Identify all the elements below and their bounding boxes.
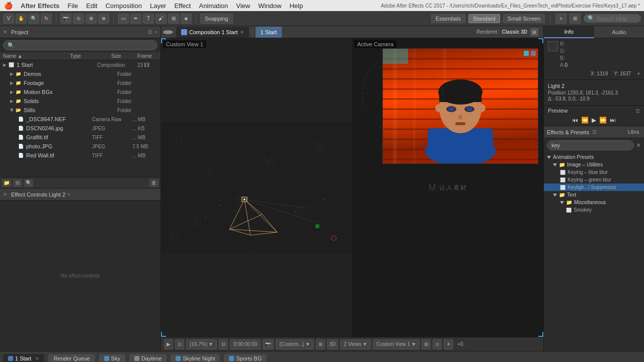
menu-effect[interactable]: Effect: [174, 2, 191, 10]
pen-tool[interactable]: ✒: [130, 14, 141, 24]
vc-view-layout-dropdown[interactable]: 2 Views ▼: [340, 339, 371, 349]
tl-tab-1start[interactable]: 1 Start ✕: [3, 354, 44, 363]
orbit-tool[interactable]: ⊙: [73, 14, 84, 24]
project-panel-menu[interactable]: ☰: [148, 29, 152, 35]
effects-menu-icon[interactable]: ☰: [592, 129, 597, 135]
comp-tab-start-marker[interactable]: 1 Start: [256, 27, 282, 38]
menu-view[interactable]: View: [236, 2, 250, 10]
file-item-1start[interactable]: ▶ ⬜ 1 Start Composition 23 🎞: [0, 60, 160, 69]
vc-exposure[interactable]: ☀: [444, 339, 453, 349]
file-item-footage[interactable]: ▶ 📁 Footage Folder: [0, 78, 160, 87]
effect-controls-close[interactable]: ✕: [3, 192, 7, 197]
right-tab-info[interactable]: Info: [544, 26, 594, 38]
vc-resolution[interactable]: ⊡: [175, 339, 184, 349]
zoom-tool[interactable]: 🔍: [28, 14, 39, 24]
new-comp-btn[interactable]: ⊞: [13, 179, 22, 187]
file-item-motionbgs[interactable]: ▶ 📁 Motion BGs Folder: [0, 87, 160, 97]
file-item-photo[interactable]: 📄 photo.JPG JPEG 7.5 MB: [0, 142, 160, 151]
puppet-tool[interactable]: ◈: [181, 14, 192, 24]
effects-folder-text[interactable]: 📁 Text: [544, 191, 644, 199]
effects-tab-libra[interactable]: Libra: [626, 129, 641, 135]
rotate-tool[interactable]: ↻: [41, 14, 52, 24]
effects-item-keylight[interactable]: ⬜ Keyligh...l Suppressor: [544, 184, 644, 191]
effects-tab-active[interactable]: [620, 129, 624, 135]
file-item-dscn0246[interactable]: 📄 DSCN0246.jpg JPEG ... KB: [0, 124, 160, 133]
tl-tab-sportsbg[interactable]: Sports BG: [224, 354, 267, 363]
effects-item-keying-blue[interactable]: ⬜ Keying – blue blur: [544, 168, 644, 176]
effects-search-clear[interactable]: ✕: [636, 142, 641, 149]
menu-edit[interactable]: Edit: [86, 2, 97, 10]
search-help-input[interactable]: [597, 16, 637, 22]
file-item-demos[interactable]: ▶ 📁 Demos Folder: [0, 69, 160, 78]
hand-tool[interactable]: ✋: [16, 14, 27, 24]
project-panel-close[interactable]: ✕: [3, 29, 7, 35]
vc-region[interactable]: ⊟: [219, 339, 228, 349]
track-z-tool[interactable]: ⊗: [98, 14, 109, 24]
menu-help[interactable]: Help: [289, 2, 303, 10]
preview-play-stop[interactable]: ▶: [592, 117, 596, 124]
comp-tab-close[interactable]: ✕: [240, 30, 244, 35]
renderer-options[interactable]: ⊞: [530, 28, 538, 36]
selection-tool[interactable]: V: [3, 14, 14, 24]
menu-file[interactable]: File: [67, 2, 78, 10]
new-folder-btn[interactable]: 📁: [2, 179, 11, 187]
tl-tab-render[interactable]: Render Queue: [48, 354, 95, 363]
preview-step-back[interactable]: ⏪: [581, 117, 589, 124]
workspace-small-screen[interactable]: Small Screen: [503, 14, 545, 23]
effects-folder-misc[interactable]: 📁 Miscellaneous: [544, 199, 644, 206]
apple-menu[interactable]: 🍎: [4, 2, 13, 10]
vc-draft[interactable]: ⊞: [316, 339, 325, 349]
vc-grid[interactable]: ⊞: [422, 339, 431, 349]
col-name-header[interactable]: Name ▲: [3, 53, 69, 59]
brush-tool[interactable]: 🖌: [155, 14, 167, 24]
delete-btn[interactable]: 🗑: [149, 179, 158, 187]
workspace-essentials[interactable]: Essentials: [431, 14, 465, 23]
effects-item-smokey[interactable]: ⬜ Smokey: [544, 206, 644, 214]
effects-item-keying-green[interactable]: ⬜ Keying – green blur: [544, 176, 644, 184]
tl-tab-daytime[interactable]: Daytime: [129, 354, 167, 363]
menu-composition[interactable]: Composition: [106, 2, 142, 10]
tl-tab-skyline[interactable]: Skyline Night: [171, 354, 220, 363]
snapping-toggle[interactable]: Snapping: [200, 14, 233, 24]
preview-menu-icon[interactable]: ☰: [635, 108, 640, 114]
text-tool[interactable]: T: [143, 14, 154, 24]
effects-folder-image-utilities[interactable]: 📁 Image – Utilities: [544, 161, 644, 168]
preview-step-forward[interactable]: ⏩: [599, 117, 607, 124]
menu-animation[interactable]: Animation: [199, 2, 228, 10]
comp-tab-1start[interactable]: Composition 1 Start ✕: [176, 27, 249, 38]
project-panel-expand[interactable]: »: [154, 29, 157, 35]
tl-tab-sky[interactable]: Sky: [99, 354, 125, 363]
project-search-input[interactable]: [3, 40, 157, 50]
tl-tab-close-1start[interactable]: ✕: [35, 356, 39, 361]
effects-animation-presets-root[interactable]: Animation Presets: [544, 153, 644, 161]
preview-skip-start[interactable]: ⏮: [572, 117, 578, 124]
right-tab-audio[interactable]: Audio: [594, 26, 645, 38]
clone-tool[interactable]: ⊞: [168, 14, 179, 24]
workspace-more[interactable]: »: [555, 14, 567, 24]
menu-after-effects[interactable]: After Effects: [21, 2, 59, 10]
vc-zoom-dropdown[interactable]: (16.7%) ▼: [186, 339, 217, 349]
workspace-standard[interactable]: Standard: [468, 14, 500, 23]
menu-window[interactable]: Window: [258, 2, 281, 10]
workspace-options[interactable]: ⊞: [570, 14, 581, 24]
vc-custom-view-dropdown[interactable]: Custom View 1 ▼: [373, 339, 420, 349]
camera-tool[interactable]: 📷: [60, 14, 71, 24]
vc-ram-preview[interactable]: ▶: [164, 339, 173, 349]
vc-snap[interactable]: ⊙: [433, 339, 442, 349]
file-item-solids[interactable]: ▶ 📁 Solids Folder: [0, 97, 160, 106]
track-xy-tool[interactable]: ⊕: [86, 14, 97, 24]
file-item-redwall[interactable]: 📄 Red Wall.tif TIFF ... MB: [0, 151, 160, 160]
rect-tool[interactable]: ▭: [118, 14, 129, 24]
effects-search-input[interactable]: [547, 140, 634, 150]
vc-3d[interactable]: 3D: [327, 339, 339, 349]
file-item-stills[interactable]: ▶ 📂 Stills Folder: [0, 106, 160, 115]
vc-camera[interactable]: 📷: [263, 339, 274, 349]
vc-time-dropdown[interactable]: 0:00:00:00: [230, 339, 261, 349]
preview-skip-end[interactable]: ⏭: [610, 117, 616, 124]
effect-controls-expand[interactable]: »: [67, 192, 70, 197]
find-missing-btn[interactable]: 🔍: [24, 179, 33, 187]
menu-layer[interactable]: Layer: [150, 2, 167, 10]
vc-custom-dropdown[interactable]: (Custom...) ▼: [276, 339, 313, 349]
file-item-graffiti[interactable]: 📄 Graffiti.tif TIFF ... MB: [0, 133, 160, 142]
file-item-dsc8647[interactable]: 📄 _DSC8647.NEF Camera Raw ... MB: [0, 115, 160, 124]
